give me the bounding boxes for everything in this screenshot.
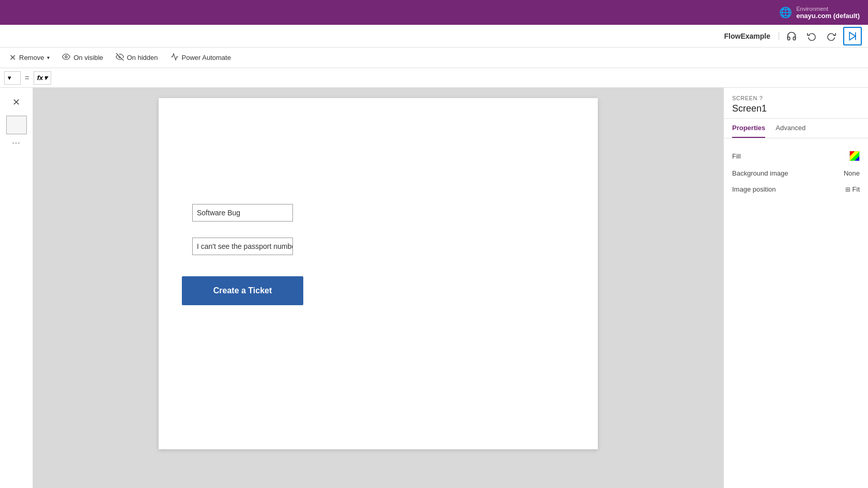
image-position-icon: ⊞: [845, 186, 850, 193]
right-panel: SCREEN ? Screen1 Properties Advanced Fil…: [723, 88, 868, 488]
power-automate-button[interactable]: Power Automate: [165, 51, 236, 65]
image-position-value[interactable]: ⊞ Fit: [845, 185, 860, 193]
redo-button[interactable]: [824, 28, 839, 44]
formula-name-dropdown[interactable]: ▾: [4, 71, 21, 85]
left-sidebar: ✕ ···: [0, 88, 33, 488]
formula-bar: ▾ = fx ▾: [0, 68, 868, 88]
right-panel-content: Fill Background image None Image positio…: [724, 138, 868, 206]
top-bar: 🌐 Environment enayu.com (default): [0, 0, 868, 25]
help-icon[interactable]: ?: [760, 95, 763, 101]
secondary-toolbar: ✕ Remove ▾ On visible On hidden Power Au…: [0, 48, 868, 68]
subject-input[interactable]: Software Bug: [192, 204, 293, 222]
equals-sign: =: [23, 73, 32, 82]
visible-icon: [62, 53, 70, 63]
fill-value[interactable]: [849, 151, 860, 161]
fill-swatch[interactable]: [849, 151, 860, 161]
remove-button[interactable]: ✕ Remove ▾: [4, 51, 55, 65]
bg-image-property-row: Background image None: [732, 165, 860, 181]
sidebar-more-button[interactable]: ···: [12, 138, 20, 148]
svg-marker-0: [849, 32, 856, 40]
workspace: ✕ ··· Software Bug I can't see the passp…: [0, 88, 868, 488]
formula-input[interactable]: [53, 73, 864, 83]
bg-image-label: Background image: [732, 169, 788, 177]
fill-property-row: Fill: [732, 147, 860, 165]
image-position-property-row: Image position ⊞ Fit: [732, 181, 860, 197]
main-toolbar: FlowExample: [0, 25, 868, 48]
undo-button[interactable]: [804, 28, 819, 44]
on-visible-button[interactable]: On visible: [57, 51, 108, 65]
screen-section-label: SCREEN ?: [732, 95, 860, 101]
app-name: FlowExample: [716, 32, 779, 40]
create-ticket-button[interactable]: Create a Ticket: [182, 276, 303, 305]
tab-properties[interactable]: Properties: [732, 119, 765, 138]
right-panel-tabs: Properties Advanced: [724, 119, 868, 138]
environment-icon: 🌐: [779, 6, 792, 19]
environment-info: 🌐 Environment enayu.com (default): [779, 6, 860, 20]
screen-name: Screen1: [732, 103, 860, 114]
app-canvas: Software Bug I can't see the passport nu…: [159, 98, 598, 449]
on-hidden-button[interactable]: On hidden: [111, 51, 163, 65]
power-automate-icon: [171, 53, 179, 63]
environment-name: enayu.com (default): [796, 12, 860, 20]
hidden-icon: [116, 53, 124, 63]
fill-label: Fill: [732, 152, 741, 160]
tab-advanced[interactable]: Advanced: [776, 119, 805, 138]
image-position-label: Image position: [732, 185, 776, 193]
headset-icon-btn[interactable]: [783, 28, 800, 44]
bg-image-value[interactable]: None: [844, 169, 860, 177]
environment-label: Environment: [796, 6, 828, 12]
svg-point-2: [65, 56, 67, 58]
formula-fx-button[interactable]: fx ▾: [34, 71, 52, 85]
sidebar-tree-item[interactable]: [6, 116, 27, 134]
run-button[interactable]: [843, 27, 862, 45]
canvas-area: Software Bug I can't see the passport nu…: [33, 88, 723, 488]
close-panel-button[interactable]: ✕: [7, 93, 26, 112]
remove-icon: ✕: [9, 53, 16, 62]
description-input[interactable]: I can't see the passport number for ap: [192, 238, 293, 255]
right-panel-header: SCREEN ? Screen1: [724, 88, 868, 119]
